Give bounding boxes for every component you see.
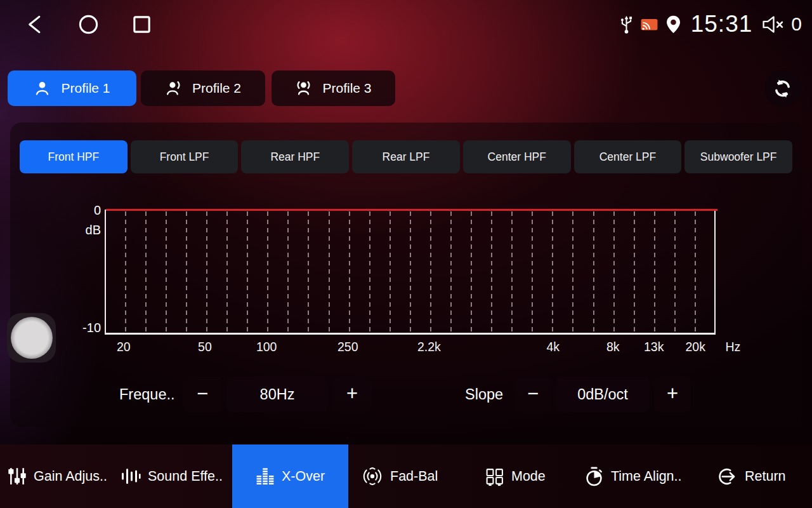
x-tick-label: 50 [198,340,212,354]
waveform-icon [121,467,141,486]
filter-tab-rear-lpf[interactable]: Rear LPF [352,140,460,173]
gridline [186,211,187,333]
mixer-sliders-icon [8,467,27,486]
x-tick-label: 2.2k [417,340,441,354]
cast-icon [640,17,658,32]
surround-speaker-icon [362,466,383,486]
gridline [552,211,553,333]
frequency-decrease-button[interactable]: − [183,377,222,412]
nav-item-return[interactable]: Return [717,444,786,508]
nav-item-label: Mode [511,469,546,485]
gridline [572,211,573,333]
gridline [226,211,228,333]
nav-item-label: Gain Adjus.. [34,469,107,485]
x-tick-label: 8k [606,340,620,354]
x-tick-label: 13k [644,340,664,354]
gridline [349,211,350,333]
profile-tab-label: Profile 3 [322,81,371,96]
usb-icon [619,15,634,34]
person-icon [34,80,51,97]
y-axis-unit-label: dB [63,223,101,237]
frequency-label: Freque.. [119,377,175,412]
y-axis-min-label: -10 [63,321,101,335]
nav-item-mode[interactable]: Mode [485,444,546,508]
gridline [491,211,492,333]
grid-squares-icon [485,467,504,486]
gridline [654,211,655,333]
nav-item-label: Sound Effe.. [148,469,223,485]
gridline [247,211,248,333]
frequency-increase-button[interactable]: + [332,377,372,412]
gridline [613,211,615,333]
recents-icon[interactable] [131,13,153,36]
slope-increase-button[interactable]: + [654,377,691,412]
gridline [532,211,533,333]
status-bar: 15:31 0 [0,0,812,48]
nav-item-label: Time Align.. [611,469,682,485]
nav-item-label: Fad-Bal [390,469,438,485]
nav-item-xover[interactable]: X-Over [232,444,348,508]
gridline [145,211,147,333]
filter-tab-center-hpf[interactable]: Center HPF [463,140,571,173]
gridline [450,211,452,333]
response-curve-0db [106,209,717,211]
volume-level: 0 [791,13,802,35]
volume-muted-icon [761,15,785,34]
filter-tab-bar: Front HPFFront LPFRear HPFRear LPFCenter… [20,140,792,173]
return-arrow-icon [717,467,738,486]
nav-item-gain[interactable]: Gain Adjus.. [8,444,107,508]
nav-item-label: X-Over [282,469,325,485]
slope-decrease-button[interactable]: − [514,377,551,412]
nav-item-fadbal[interactable]: Fad-Bal [362,444,438,508]
x-tick-label: 20k [685,340,705,354]
filter-tab-rear-hpf[interactable]: Rear HPF [241,140,349,173]
filter-tab-front-hpf[interactable]: Front HPF [20,140,128,173]
filter-tab-front-lpf[interactable]: Front LPF [131,140,239,173]
gridline [410,211,411,333]
status-icons: 15:31 0 [619,0,802,48]
profile-tab-3[interactable]: Profile 3 [272,70,395,106]
gridline [166,211,167,333]
equalizer-bars-icon [256,467,275,486]
gridline [206,211,207,333]
profile-tab-label: Profile 1 [61,81,110,96]
filter-tab-center-lpf[interactable]: Center LPF [574,140,682,173]
gridline [634,211,635,333]
profile-tab-2[interactable]: Profile 2 [141,70,265,106]
slope-value: 0dB/oct [556,377,650,412]
stopwatch-icon [584,466,604,487]
person-group2-icon [165,80,182,97]
x-tick-label: 250 [337,340,358,354]
gridline [674,211,676,333]
gridline [430,211,431,333]
refresh-icon [772,78,793,99]
filter-tab-subwoofer-lpf[interactable]: Subwoofer LPF [684,140,792,173]
assist-knob-icon [11,317,53,359]
x-axis-unit-label: Hz [725,340,740,354]
nav-item-time[interactable]: Time Align.. [584,444,682,508]
gridline [308,211,309,333]
person-group3-icon [295,80,312,97]
car-audio-settings-screen: 15:31 0 Profile 1Profile 2Profile 3 [0,0,812,508]
gridline [267,211,268,333]
profile-tab-1[interactable]: Profile 1 [8,70,136,106]
nav-item-sound[interactable]: Sound Effe.. [121,444,223,508]
frequency-response-plot[interactable] [105,210,716,335]
floating-assist-button[interactable] [7,313,56,363]
clock: 15:31 [691,11,753,37]
back-icon[interactable] [24,13,46,36]
bottom-nav-bar: Gain Adjus..Sound Effe..X-OverFad-BalMod… [0,444,812,508]
refresh-button[interactable] [764,70,801,107]
x-tick-label: 100 [256,340,277,354]
gridline [471,211,472,333]
gridline [329,211,330,333]
gridline [390,211,391,333]
x-tick-label: 20 [117,340,131,354]
x-tick-label: 4k [547,340,560,354]
gridline [125,211,126,333]
gridline [593,211,594,333]
gridline [695,211,696,333]
profile-tabs: Profile 1Profile 2Profile 3 [0,70,812,106]
home-icon[interactable] [77,13,100,36]
gridline [369,211,370,333]
